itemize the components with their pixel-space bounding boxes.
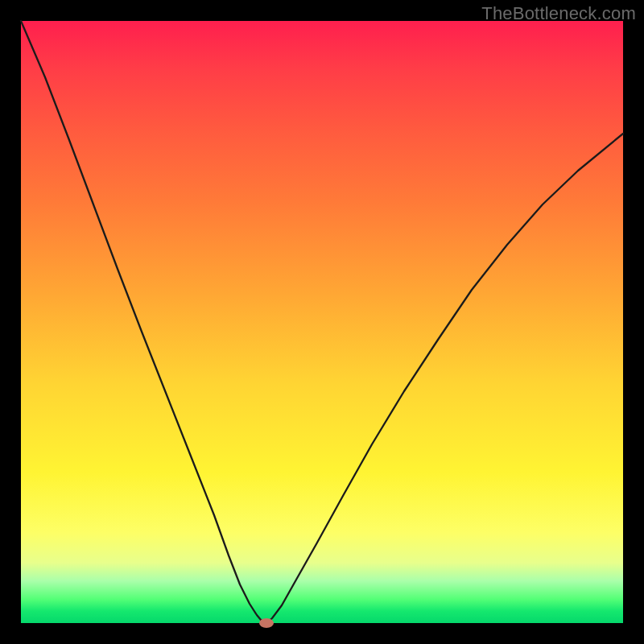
plot-svg — [21, 21, 623, 623]
curve-right-branch — [266, 134, 623, 623]
plot-area — [21, 21, 623, 623]
chart-canvas: TheBottleneck.com — [0, 0, 644, 644]
minimum-marker — [259, 618, 274, 628]
curve-left-branch — [21, 21, 266, 623]
